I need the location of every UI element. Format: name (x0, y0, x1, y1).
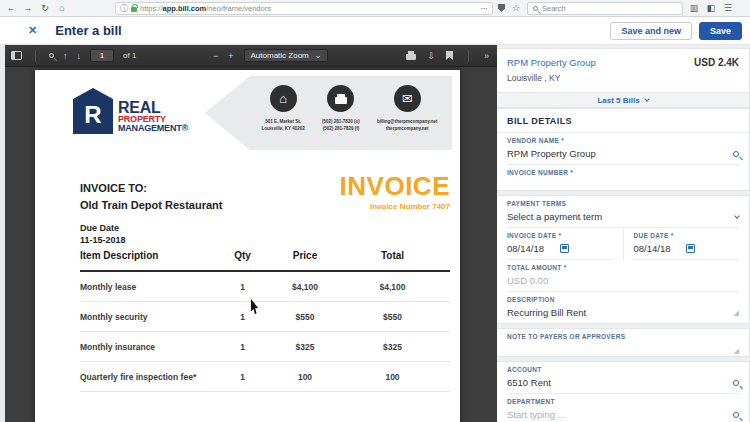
due-date-input[interactable]: 08/14/18 (634, 239, 740, 260)
tools-icon[interactable]: » (484, 51, 489, 61)
url-text: https://app.bill.com/neo/frame/vendors (140, 4, 271, 13)
find-icon[interactable] (49, 53, 54, 58)
department-input[interactable]: Start typing ... (507, 405, 739, 422)
chevron-down-icon (644, 96, 650, 102)
download-icon[interactable]: ⇩ (427, 51, 435, 61)
table-row: Monthly security 1 $550 $550 (80, 302, 450, 332)
last-5-bills-toggle[interactable]: Last 5 Bills (497, 92, 749, 107)
current-view-icon[interactable] (446, 51, 453, 60)
pdf-viewer: ↑ ↓ 1 of 1 − + Automatic Zoom⌄ ⇩ » R (5, 45, 497, 422)
bookmark-star-icon[interactable]: ☆ (510, 3, 522, 13)
total-amount-input[interactable]: USD 0.00 (507, 271, 739, 292)
contact-band: ⌂ 501 E. Market St. Louisville, KY 40202… (205, 76, 452, 150)
bill-details-title: BILL DETAILS (497, 109, 749, 133)
page-actions-icon[interactable]: ⋯ (481, 4, 489, 13)
menu-icon[interactable]: ☰ (722, 3, 734, 13)
invoice-table: Item Description Qty Price Total Monthly… (80, 250, 450, 392)
close-icon[interactable]: ✕ (28, 24, 37, 37)
calendar-icon[interactable] (686, 244, 695, 253)
logo-line-1: REAL (118, 100, 188, 115)
invoice-number-field: INVOICE NUMBER * (497, 165, 749, 190)
due-date-value: 11-15-2018 (80, 234, 126, 246)
invoice-to-label: INVOICE TO: (80, 182, 222, 194)
vendor-location: Louisville , KY (507, 73, 739, 83)
payment-terms-select[interactable]: Select a payment term (507, 207, 739, 228)
fax-icon (335, 97, 347, 104)
bill-form-panel: RPM Property Group USD 2.4K Louisville ,… (497, 45, 750, 422)
save-button[interactable]: Save (699, 22, 742, 40)
rpm-logo: R REAL PROPERTY MANAGEMENT® (73, 88, 188, 134)
invoice-date-field: INVOICE DATE * 08/14/18 (497, 228, 624, 260)
invoice-page: R REAL PROPERTY MANAGEMENT® ⌂ 501 E. Mar… (35, 70, 460, 422)
page-number-input[interactable]: 1 (90, 49, 114, 62)
payment-terms-field: PAYMENT TERMS Select a payment term (497, 196, 749, 228)
total-amount-field: TOTAL AMOUNT * USD 0.00 (497, 260, 749, 292)
page-up-icon[interactable]: ↑ (63, 51, 68, 61)
lookup-icon[interactable] (733, 380, 739, 386)
table-row: Monthly insurance 1 $325 $325 (80, 332, 450, 362)
lookup-icon[interactable] (733, 412, 739, 418)
url-bar[interactable]: ⓘ https://app.bill.com/neo/frame/vendors… (115, 2, 493, 15)
page-down-icon[interactable]: ↓ (77, 51, 82, 61)
table-row: Quarterly fire inspection fee* 1 100 100 (80, 362, 450, 392)
invoice-title: INVOICE (340, 173, 450, 199)
zoom-select[interactable]: Automatic Zoom⌄ (244, 49, 329, 62)
due-date-label: Due Date (80, 222, 126, 234)
pdf-toolbar: ↑ ↓ 1 of 1 − + Automatic Zoom⌄ ⇩ » (5, 45, 497, 67)
site-info-icon[interactable]: ⓘ (120, 3, 128, 14)
resize-grip-icon[interactable]: ◢ (734, 310, 739, 316)
page-count-label: of 1 (123, 51, 136, 60)
vendor-card: RPM Property Group USD 2.4K Louisville ,… (497, 48, 750, 108)
search-placeholder: Search (542, 4, 566, 13)
browser-chrome: ← → ↻ ⌂ ⓘ https://app.bill.com/neo/frame… (0, 0, 750, 17)
account-input[interactable]: 6510 Rent (507, 373, 739, 394)
address-home-icon: ⌂ (279, 91, 287, 106)
forward-icon[interactable]: → (22, 3, 34, 13)
print-icon[interactable] (406, 54, 416, 60)
home-icon[interactable]: ⌂ (56, 3, 68, 13)
vendor-name-field: VENDOR NAME * RPM Property Group (497, 133, 749, 165)
resize-grip-icon[interactable]: ◢ (734, 348, 739, 354)
note-textarea[interactable]: ◢ (507, 340, 739, 356)
page-title: Enter a bill (55, 23, 121, 38)
description-textarea[interactable]: Recurring Bill Rent ◢ (507, 303, 739, 323)
account-field: ACCOUNT 6510 Rent (497, 362, 749, 394)
app-header: ✕ Enter a bill Save and new Save (0, 17, 750, 45)
calendar-icon[interactable] (560, 244, 569, 253)
classification-section: ACCOUNT 6510 Rent DEPARTMENT Start typin… (497, 361, 750, 422)
save-and-new-button[interactable]: Save and new (610, 22, 692, 40)
contact-phone: (502) 281-7830 (o) (502) 281-7829 (f) (322, 85, 360, 150)
shield-icon[interactable] (498, 4, 505, 12)
invoice-number: Invoice Number 7407 (340, 202, 450, 211)
logo-line-3: MANAGEMENT® (118, 124, 188, 133)
vendor-amount: USD 2.4K (694, 57, 739, 68)
chevron-down-icon (734, 213, 740, 219)
sidebars-icon[interactable]: ◧ (705, 3, 717, 13)
due-date-field: DUE DATE * 08/14/18 (624, 228, 750, 260)
reload-icon[interactable]: ↻ (39, 3, 51, 13)
invoice-to-name: Old Train Depot Restaurant (80, 199, 222, 211)
contact-address: ⌂ 501 E. Market St. Louisville, KY 40202 (262, 85, 305, 150)
zoom-out-icon[interactable]: − (213, 51, 218, 61)
pdf-canvas[interactable]: R REAL PROPERTY MANAGEMENT® ⌂ 501 E. Mar… (5, 67, 497, 422)
library-icon[interactable]: ▥ (688, 3, 700, 13)
lock-icon (131, 7, 137, 12)
note-section: NOTE TO PAYERS OR APPROVERS ◢ (497, 328, 750, 357)
terms-dates-section: PAYMENT TERMS Select a payment term INVO… (497, 195, 750, 324)
contact-email: ✉ billing@therpmcompany.net therpmcompan… (377, 85, 437, 150)
zoom-in-icon[interactable]: + (228, 51, 233, 61)
lookup-icon[interactable] (733, 151, 739, 157)
search-icon (533, 6, 538, 11)
email-icon: ✉ (402, 91, 413, 106)
table-header: Item Description Qty Price Total (80, 250, 450, 272)
back-icon[interactable]: ← (5, 3, 17, 13)
invoice-number-input[interactable] (507, 176, 739, 190)
rpm-logo-icon: R (73, 88, 113, 134)
bill-details-section: BILL DETAILS VENDOR NAME * RPM Property … (497, 108, 750, 191)
table-row: Monthly lease 1 $4,100 $4,100 (80, 272, 450, 302)
vendor-link[interactable]: RPM Property Group (507, 57, 596, 68)
browser-search-input[interactable]: Search (527, 2, 683, 15)
invoice-date-input[interactable]: 08/14/18 (507, 239, 613, 260)
vendor-name-input[interactable]: RPM Property Group (507, 144, 739, 165)
toggle-sidebar-icon[interactable] (11, 51, 22, 60)
